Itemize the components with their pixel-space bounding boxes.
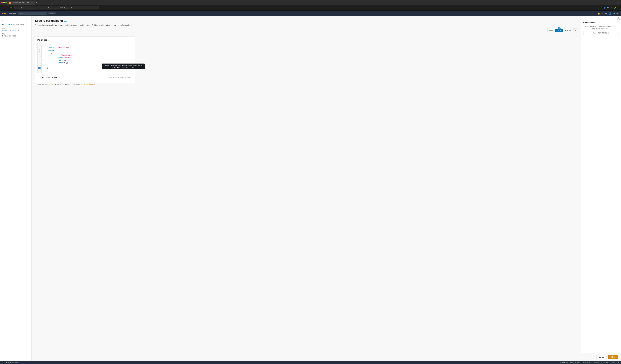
suggestions-icon: 💡 <box>84 84 86 85</box>
code-line-7: "Action": [], <box>43 59 131 62</box>
warnings-linter: ⚠ Warnings: 0 <box>72 84 82 85</box>
ln6: 6 <box>38 56 40 58</box>
terminal-icon: □ <box>2 362 3 363</box>
bookmark-icon[interactable]: ☆ <box>611 7 613 9</box>
ln5: 5 <box>38 53 40 56</box>
aws-nav-bar: aws Services ▾ [Option+S] 🔔 ? ⚙ 👤 Global… <box>0 11 621 16</box>
breadcrumb-current: Create policy <box>15 24 24 25</box>
tab-grid-button[interactable]: ⊞ <box>573 29 577 32</box>
code-line-1: { <box>43 44 131 47</box>
suggestions-count: Suggestions: 2 <box>86 84 97 85</box>
step-2-label: Step 2 <box>2 33 29 35</box>
browser-title-bar: a Create policy IAM | Global × + <box>0 0 621 5</box>
right-panel: i Edit statement Select an existing stat… <box>581 16 621 353</box>
back-button[interactable]: ← <box>2 6 5 9</box>
region-selector[interactable]: Global ▾ <box>613 13 619 15</box>
minimize-dot[interactable] <box>3 2 5 3</box>
aws-console: aws Services ▾ [Option+S] 🔔 ? ⚙ 👤 Global… <box>0 11 621 364</box>
cloudshell-label: CloudShell <box>4 362 11 363</box>
footer: □ CloudShell Feedback © 2024, Amazon Web… <box>0 361 621 364</box>
content-area: ☰ i IAM > Policies > Create policy Step … <box>0 16 621 361</box>
warnings-icon: ⚠ <box>72 84 74 85</box>
breadcrumb: IAM > Policies > Create policy <box>2 24 29 27</box>
ln9: 9 <box>38 62 40 65</box>
errors-linter: ⊘ Errors: 0 <box>63 84 70 85</box>
help-icon[interactable]: ? <box>602 12 603 15</box>
account-icon[interactable]: 👤 <box>604 7 606 9</box>
right-add-statement-button[interactable]: + Add new statement <box>583 31 619 35</box>
next-button[interactable]: Next <box>608 355 618 359</box>
select-statement-msg: Select an existing statement in the poli… <box>583 25 619 29</box>
close-dot[interactable] <box>1 2 2 3</box>
page-description: Add permissions by selecting services, a… <box>35 24 577 26</box>
browser-tab[interactable]: a Create policy IAM | Global × <box>7 0 34 5</box>
tab-actions[interactable]: Actions ▾ <box>563 29 573 32</box>
terms-link[interactable]: Terms <box>601 362 604 363</box>
step-2: Step 2 Review and create <box>2 32 29 38</box>
code-line-4: { <box>43 52 131 54</box>
window-controls <box>1 2 7 3</box>
main-content: Specify permissions Info Add permissions… <box>32 16 581 353</box>
cookie-link[interactable]: Cookie preferences <box>606 362 619 363</box>
tooltip-text: Delete the existing code here and paste … <box>104 65 142 68</box>
step-1-label: Step 1 <box>2 28 29 29</box>
aws-nav-right: 🔔 ? ⚙ 👤 Global ▾ <box>598 12 619 15</box>
extension-icon[interactable]: 🧩 <box>614 7 616 9</box>
services-chevron: ▾ <box>15 13 16 15</box>
url-input[interactable] <box>14 6 99 9</box>
line-numbers: 1 2 3▾ 4▾ 5 6 7 8 9 <box>37 43 42 73</box>
errors-icon: ⊘ <box>63 84 65 85</box>
footer-right: © 2024, Amazon Web Services, Inc. or its… <box>560 362 619 363</box>
editor-bottom: + Add new statement 6042 of 6144 charact… <box>37 74 133 80</box>
ln3: 3▾ <box>38 49 40 51</box>
ln2: 2 <box>38 46 40 49</box>
services-button[interactable]: Services ▾ <box>9 13 16 15</box>
copyright-text: © 2024, Amazon Web Services, Inc. or its… <box>560 362 593 363</box>
tab-close-button[interactable]: × <box>32 1 33 4</box>
user-icon[interactable]: 👤 <box>609 12 611 15</box>
breadcrumb-policies-link[interactable]: Policies <box>7 24 13 25</box>
security-count: Security: 0 <box>54 84 61 85</box>
feedback-link[interactable]: Feedback <box>12 362 19 363</box>
tab-title: Create policy IAM | Global <box>12 2 30 3</box>
step-1-title[interactable]: Specify permissions <box>2 29 29 31</box>
tab-json[interactable]: JSON <box>555 29 563 32</box>
add-statement-button[interactable]: + Add new statement <box>39 76 58 79</box>
cloudshell-button[interactable]: □ CloudShell <box>2 362 11 363</box>
step-2-title[interactable]: Review and create <box>2 35 29 37</box>
sidebar: ☰ i IAM > Policies > Create policy Step … <box>0 16 32 361</box>
search-shortcut: [Option+S] <box>48 13 56 15</box>
policy-editor-card: Policy editor 1 2 3▾ 4▾ 5 6 <box>35 36 135 83</box>
code-line-3: "Statement": [ <box>43 49 131 52</box>
footer-left: □ CloudShell Feedback <box>2 362 19 363</box>
forward-button[interactable]: → <box>6 6 9 9</box>
security-linter: 🔒 Security: 0 <box>52 84 61 85</box>
maximize-dot[interactable] <box>5 2 7 3</box>
breadcrumb-iam-link[interactable]: IAM <box>2 24 5 25</box>
tooltip-overlay: Delete the existing code here and paste … <box>102 63 145 69</box>
privacy-link[interactable]: Privacy <box>594 362 599 363</box>
menu-icon[interactable]: ⋮ <box>617 7 619 9</box>
char-count: 6042 of 6144 characters remaining <box>109 77 131 78</box>
ln1: 1 <box>38 44 40 46</box>
cancel-button[interactable]: Cancel <box>597 355 607 359</box>
content-right: Specify permissions Info Add permissions… <box>32 16 621 361</box>
policy-editor-title: Policy editor <box>37 39 133 41</box>
browser-action-icons: 👤 🔍 ☆ 🧩 ⋮ <box>604 7 619 9</box>
ln7: 7 <box>38 58 40 60</box>
reload-button[interactable]: ↻ <box>10 6 12 9</box>
aws-logo: aws <box>2 12 6 15</box>
new-tab-button[interactable]: + <box>36 1 37 4</box>
bell-icon[interactable]: 🔔 <box>598 12 600 15</box>
settings-icon[interactable]: ⚙ <box>605 12 607 15</box>
edit-statement-title: Edit statement <box>583 21 619 24</box>
errors-count: Errors: 0 <box>65 84 70 85</box>
sidebar-toggle[interactable]: ☰ <box>0 17 31 22</box>
right-panel-info-icon[interactable]: i <box>617 17 620 20</box>
ln10: 10 <box>38 65 40 67</box>
info-link[interactable]: Info <box>64 20 67 22</box>
aws-search-input[interactable] <box>18 12 47 15</box>
page-title: Specify permissions <box>35 19 63 22</box>
tab-visual[interactable]: Visual <box>547 29 555 32</box>
search-icon[interactable]: 🔍 <box>607 7 610 9</box>
